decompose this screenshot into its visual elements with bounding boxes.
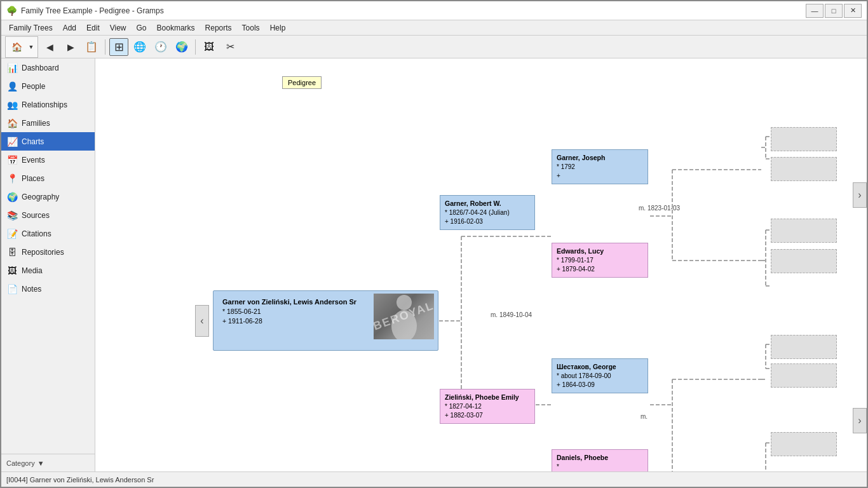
people-icon: 👤 bbox=[6, 81, 18, 92]
maximize-button[interactable]: □ bbox=[825, 4, 843, 18]
sidebar-label-citations: Citations bbox=[22, 229, 51, 238]
maternal-grandmother-box[interactable]: Daniels, Phoebe * + bbox=[552, 449, 648, 471]
category-button[interactable]: Category ▼ bbox=[1, 454, 95, 471]
menu-help[interactable]: Help bbox=[265, 22, 291, 34]
clock-button[interactable]: 🕐 bbox=[151, 38, 170, 56]
maternal-grandmother-name: Daniels, Phoebe bbox=[557, 453, 643, 463]
sidebar-label-geography: Geography bbox=[22, 193, 59, 201]
right-arrow-bottom-icon: › bbox=[858, 415, 861, 426]
menu-edit[interactable]: Edit bbox=[81, 22, 105, 34]
menu-reports[interactable]: Reports bbox=[200, 22, 237, 34]
maternal-grandfather-death: + 1864-03-09 bbox=[557, 381, 643, 390]
sidebar-item-citations[interactable]: 📝 Citations bbox=[1, 224, 95, 243]
paternal-grandfather-birth: * 1792 bbox=[557, 163, 643, 172]
places-icon: 📍 bbox=[6, 173, 18, 184]
paternal-grandfather-box[interactable]: Garner, Joseph * 1792 + bbox=[552, 149, 648, 184]
relationships-icon: 👥 bbox=[6, 100, 18, 110]
home-button[interactable]: 🏠 bbox=[7, 38, 26, 56]
sidebar-item-charts[interactable]: 📈 Charts bbox=[1, 132, 95, 151]
citations-icon: 📝 bbox=[6, 229, 18, 239]
gg-box-6[interactable] bbox=[771, 363, 837, 388]
sidebar-item-dashboard[interactable]: 📊 Dashboard bbox=[1, 58, 95, 77]
menu-bookmarks[interactable]: Bookmarks bbox=[152, 22, 200, 34]
separator-2 bbox=[195, 39, 196, 55]
menu-view[interactable]: View bbox=[105, 22, 132, 34]
menu-go[interactable]: Go bbox=[132, 22, 152, 34]
category-chevron-icon: ▼ bbox=[37, 459, 44, 467]
pedigree-button[interactable]: ⊞ bbox=[109, 38, 128, 56]
menu-family-trees[interactable]: Family Trees bbox=[4, 22, 58, 34]
sidebar-label-people: People bbox=[22, 82, 45, 91]
right-arrow-top-icon: › bbox=[858, 189, 861, 201]
sidebar-label-relationships: Relationships bbox=[22, 100, 67, 109]
globe1-button[interactable]: 🌐 bbox=[130, 38, 149, 56]
gg-box-3[interactable] bbox=[771, 219, 837, 243]
bookmarks-button[interactable]: 📋 bbox=[82, 38, 101, 56]
forward-button[interactable]: ▶ bbox=[61, 38, 80, 56]
sidebar-label-media: Media bbox=[22, 266, 43, 275]
sidebar-label-families: Families bbox=[22, 119, 50, 128]
scissors-button[interactable]: ✂ bbox=[220, 38, 240, 56]
separator-1 bbox=[105, 39, 105, 55]
status-bar: [I0044] Garner von Zieliński, Lewis Ande… bbox=[1, 471, 867, 487]
sidebar-item-people[interactable]: 👤 People bbox=[1, 77, 95, 95]
sidebar-item-places[interactable]: 📍 Places bbox=[1, 169, 95, 187]
minimize-button[interactable]: — bbox=[806, 4, 824, 18]
maternal-grandfather-name: Шестаков, George bbox=[557, 362, 643, 372]
pedigree-canvas: ‹ Garner von Zieliński, Lewis Anderson S… bbox=[95, 58, 867, 471]
sidebar-item-events[interactable]: 📅 Events bbox=[1, 151, 95, 169]
mother-box[interactable]: Zieliński, Phoebe Emily * 1827-04-12 + 1… bbox=[440, 389, 535, 424]
menu-bar: Family Trees Add Edit View Go Bookmarks … bbox=[1, 20, 867, 36]
menu-add[interactable]: Add bbox=[58, 22, 81, 34]
paternal-grandmother-box[interactable]: Edwards, Lucy * 1799-01-17 + 1879-04-02 bbox=[552, 243, 648, 278]
sidebar-label-events: Events bbox=[22, 156, 45, 165]
father-name: Garner, Robert W. bbox=[445, 199, 530, 208]
media-icon: 🖼 bbox=[6, 266, 18, 276]
sidebar-item-geography[interactable]: 🌍 Geography bbox=[1, 187, 95, 206]
maternal-marriage-label: m. bbox=[641, 413, 648, 420]
notes-icon: 📄 bbox=[6, 284, 18, 294]
nav-right-arrow-bottom[interactable]: › bbox=[853, 408, 867, 433]
gg-box-5[interactable] bbox=[771, 335, 837, 359]
paternal-grandmother-name: Edwards, Lucy bbox=[557, 247, 643, 256]
photo-button[interactable]: 🖼 bbox=[200, 38, 219, 56]
nav-right-arrow-top[interactable]: › bbox=[853, 182, 867, 208]
sidebar-item-families[interactable]: 🏠 Families bbox=[1, 114, 95, 132]
root-person-box[interactable]: Garner von Zieliński, Lewis Anderson Sr … bbox=[213, 290, 438, 351]
gg-box-2[interactable] bbox=[771, 157, 837, 181]
menu-tools[interactable]: Tools bbox=[237, 22, 265, 34]
sidebar-item-media[interactable]: 🖼 Media bbox=[1, 261, 95, 280]
sidebar-item-notes[interactable]: 📄 Notes bbox=[1, 280, 95, 298]
sidebar-item-relationships[interactable]: 👥 Relationships bbox=[1, 95, 95, 114]
root-person-birth: * 1855-06-21 bbox=[222, 307, 369, 316]
sidebar-item-repositories[interactable]: 🗄 Repositories bbox=[1, 243, 95, 261]
father-box[interactable]: Garner, Robert W. * 1826/7-04-24 (Julian… bbox=[440, 195, 535, 230]
nav-left-arrow[interactable]: ‹ bbox=[195, 305, 209, 337]
mother-name: Zieliński, Phoebe Emily bbox=[445, 393, 530, 402]
father-birth: * 1826/7-04-24 (Julian) bbox=[445, 208, 530, 217]
back-button[interactable]: ◀ bbox=[40, 38, 59, 56]
close-button[interactable]: ✕ bbox=[844, 4, 862, 18]
app-icon: 🌳 bbox=[6, 6, 17, 16]
toolbar: 🏠 ▼ ◀ ▶ 📋 ⊞ Pedigree 🌐 🕐 🌍 🖼 ✂ bbox=[1, 36, 867, 58]
gg-box-7[interactable] bbox=[771, 432, 837, 456]
families-icon: 🏠 bbox=[6, 118, 18, 128]
sidebar-label-dashboard: Dashboard bbox=[22, 64, 59, 72]
globe2-button[interactable]: 🌍 bbox=[172, 38, 191, 56]
sidebar-item-sources[interactable]: 📚 Sources bbox=[1, 206, 95, 224]
dropdown-btn[interactable]: ▼ bbox=[26, 38, 36, 56]
root-person-info: Garner von Zieliński, Lewis Anderson Sr … bbox=[217, 294, 374, 348]
paternal-grandmother-death: + 1879-04-02 bbox=[557, 265, 643, 274]
window-title: Family Tree Example - Pedigree - Gramps bbox=[21, 6, 164, 15]
sources-icon: 📚 bbox=[6, 210, 18, 220]
main-area: 📊 Dashboard 👤 People 👥 Relationships 🏠 F… bbox=[1, 58, 867, 471]
gg-box-4[interactable] bbox=[771, 249, 837, 273]
sidebar-label-notes: Notes bbox=[22, 285, 41, 294]
paternal-grandmother-birth: * 1799-01-17 bbox=[557, 256, 643, 265]
maternal-grandfather-box[interactable]: Шестаков, George * about 1784-09-00 + 18… bbox=[552, 358, 648, 393]
dashboard-icon: 📊 bbox=[6, 63, 18, 73]
gg-box-1[interactable] bbox=[771, 127, 837, 151]
sidebar-label-charts: Charts bbox=[22, 137, 44, 146]
sidebar-label-sources: Sources bbox=[22, 211, 50, 220]
main-window: 🌳 Family Tree Example - Pedigree - Gramp… bbox=[0, 0, 868, 488]
